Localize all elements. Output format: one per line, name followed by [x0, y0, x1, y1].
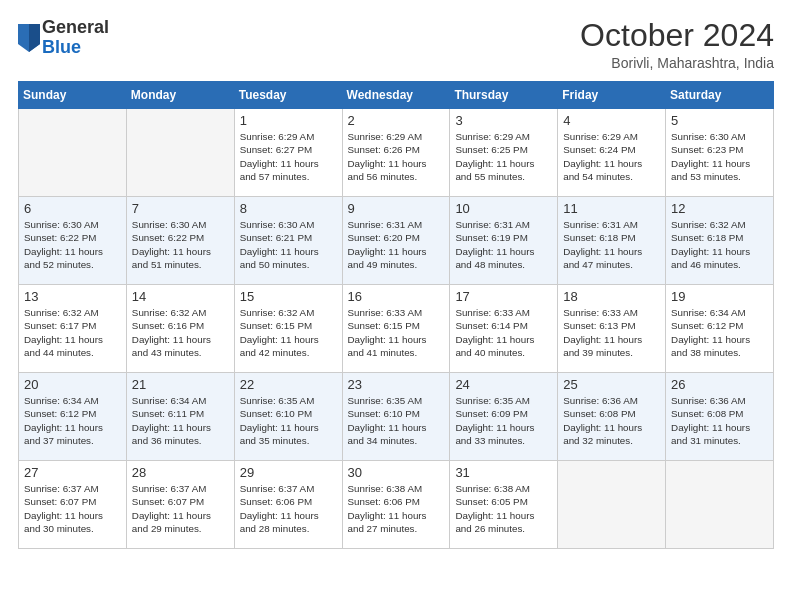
daylight-text: Daylight: 11 hours and 39 minutes. [563, 334, 642, 358]
sunrise-text: Sunrise: 6:33 AM [455, 307, 530, 318]
sunset-text: Sunset: 6:11 PM [132, 408, 204, 419]
calendar-cell-4-3: 30Sunrise: 6:38 AMSunset: 6:06 PMDayligh… [342, 461, 450, 549]
sunrise-text: Sunrise: 6:37 AM [240, 483, 315, 494]
daylight-text: Daylight: 11 hours and 37 minutes. [24, 422, 103, 446]
calendar-cell-2-6: 19Sunrise: 6:34 AMSunset: 6:12 PMDayligh… [666, 285, 774, 373]
daylight-text: Daylight: 11 hours and 32 minutes. [563, 422, 642, 446]
page: General Blue October 2024 Borivli, Mahar… [0, 0, 792, 612]
calendar-cell-3-3: 23Sunrise: 6:35 AMSunset: 6:10 PMDayligh… [342, 373, 450, 461]
cell-info: Sunrise: 6:30 AMSunset: 6:22 PMDaylight:… [24, 218, 121, 271]
sunrise-text: Sunrise: 6:29 AM [240, 131, 315, 142]
sunrise-text: Sunrise: 6:29 AM [348, 131, 423, 142]
day-number: 18 [563, 289, 660, 304]
calendar-cell-0-0 [19, 109, 127, 197]
sunrise-text: Sunrise: 6:29 AM [563, 131, 638, 142]
calendar-cell-1-4: 10Sunrise: 6:31 AMSunset: 6:19 PMDayligh… [450, 197, 558, 285]
day-number: 27 [24, 465, 121, 480]
cell-info: Sunrise: 6:32 AMSunset: 6:16 PMDaylight:… [132, 306, 229, 359]
day-number: 4 [563, 113, 660, 128]
calendar-cell-3-4: 24Sunrise: 6:35 AMSunset: 6:09 PMDayligh… [450, 373, 558, 461]
day-number: 13 [24, 289, 121, 304]
calendar-cell-3-5: 25Sunrise: 6:36 AMSunset: 6:08 PMDayligh… [558, 373, 666, 461]
week-row-3: 13Sunrise: 6:32 AMSunset: 6:17 PMDayligh… [19, 285, 774, 373]
daylight-text: Daylight: 11 hours and 56 minutes. [348, 158, 427, 182]
daylight-text: Daylight: 11 hours and 55 minutes. [455, 158, 534, 182]
header-saturday: Saturday [666, 82, 774, 109]
location-subtitle: Borivli, Maharashtra, India [580, 55, 774, 71]
calendar-cell-0-4: 3Sunrise: 6:29 AMSunset: 6:25 PMDaylight… [450, 109, 558, 197]
cell-info: Sunrise: 6:36 AMSunset: 6:08 PMDaylight:… [671, 394, 768, 447]
daylight-text: Daylight: 11 hours and 26 minutes. [455, 510, 534, 534]
logo-icon [18, 24, 40, 52]
sunset-text: Sunset: 6:25 PM [455, 144, 527, 155]
sunset-text: Sunset: 6:19 PM [455, 232, 527, 243]
header-monday: Monday [126, 82, 234, 109]
daylight-text: Daylight: 11 hours and 38 minutes. [671, 334, 750, 358]
calendar-cell-3-0: 20Sunrise: 6:34 AMSunset: 6:12 PMDayligh… [19, 373, 127, 461]
day-number: 20 [24, 377, 121, 392]
cell-info: Sunrise: 6:37 AMSunset: 6:07 PMDaylight:… [24, 482, 121, 535]
calendar-cell-2-3: 16Sunrise: 6:33 AMSunset: 6:15 PMDayligh… [342, 285, 450, 373]
header-tuesday: Tuesday [234, 82, 342, 109]
cell-info: Sunrise: 6:37 AMSunset: 6:06 PMDaylight:… [240, 482, 337, 535]
day-number: 2 [348, 113, 445, 128]
cell-info: Sunrise: 6:38 AMSunset: 6:05 PMDaylight:… [455, 482, 552, 535]
daylight-text: Daylight: 11 hours and 46 minutes. [671, 246, 750, 270]
cell-info: Sunrise: 6:36 AMSunset: 6:08 PMDaylight:… [563, 394, 660, 447]
sunset-text: Sunset: 6:06 PM [348, 496, 420, 507]
svg-marker-1 [29, 24, 40, 52]
sunrise-text: Sunrise: 6:31 AM [455, 219, 530, 230]
cell-info: Sunrise: 6:29 AMSunset: 6:27 PMDaylight:… [240, 130, 337, 183]
calendar-cell-0-6: 5Sunrise: 6:30 AMSunset: 6:23 PMDaylight… [666, 109, 774, 197]
day-number: 25 [563, 377, 660, 392]
daylight-text: Daylight: 11 hours and 28 minutes. [240, 510, 319, 534]
daylight-text: Daylight: 11 hours and 36 minutes. [132, 422, 211, 446]
day-number: 23 [348, 377, 445, 392]
calendar-cell-1-3: 9Sunrise: 6:31 AMSunset: 6:20 PMDaylight… [342, 197, 450, 285]
daylight-text: Daylight: 11 hours and 30 minutes. [24, 510, 103, 534]
sunrise-text: Sunrise: 6:34 AM [24, 395, 99, 406]
cell-info: Sunrise: 6:29 AMSunset: 6:24 PMDaylight:… [563, 130, 660, 183]
calendar-cell-2-5: 18Sunrise: 6:33 AMSunset: 6:13 PMDayligh… [558, 285, 666, 373]
sunset-text: Sunset: 6:16 PM [132, 320, 204, 331]
sunrise-text: Sunrise: 6:34 AM [671, 307, 746, 318]
cell-info: Sunrise: 6:29 AMSunset: 6:25 PMDaylight:… [455, 130, 552, 183]
daylight-text: Daylight: 11 hours and 27 minutes. [348, 510, 427, 534]
sunset-text: Sunset: 6:08 PM [671, 408, 743, 419]
logo-blue: Blue [42, 37, 81, 57]
cell-info: Sunrise: 6:35 AMSunset: 6:09 PMDaylight:… [455, 394, 552, 447]
sunset-text: Sunset: 6:27 PM [240, 144, 312, 155]
header-friday: Friday [558, 82, 666, 109]
sunrise-text: Sunrise: 6:29 AM [455, 131, 530, 142]
calendar-cell-2-0: 13Sunrise: 6:32 AMSunset: 6:17 PMDayligh… [19, 285, 127, 373]
sunrise-text: Sunrise: 6:30 AM [671, 131, 746, 142]
sunrise-text: Sunrise: 6:35 AM [348, 395, 423, 406]
calendar-cell-0-2: 1Sunrise: 6:29 AMSunset: 6:27 PMDaylight… [234, 109, 342, 197]
daylight-text: Daylight: 11 hours and 35 minutes. [240, 422, 319, 446]
day-number: 5 [671, 113, 768, 128]
daylight-text: Daylight: 11 hours and 51 minutes. [132, 246, 211, 270]
sunset-text: Sunset: 6:22 PM [24, 232, 96, 243]
daylight-text: Daylight: 11 hours and 43 minutes. [132, 334, 211, 358]
day-number: 17 [455, 289, 552, 304]
sunset-text: Sunset: 6:07 PM [24, 496, 96, 507]
day-number: 29 [240, 465, 337, 480]
day-number: 12 [671, 201, 768, 216]
cell-info: Sunrise: 6:31 AMSunset: 6:20 PMDaylight:… [348, 218, 445, 271]
calendar-cell-0-1 [126, 109, 234, 197]
sunrise-text: Sunrise: 6:33 AM [563, 307, 638, 318]
day-number: 15 [240, 289, 337, 304]
sunrise-text: Sunrise: 6:30 AM [24, 219, 99, 230]
day-number: 10 [455, 201, 552, 216]
daylight-text: Daylight: 11 hours and 44 minutes. [24, 334, 103, 358]
cell-info: Sunrise: 6:32 AMSunset: 6:18 PMDaylight:… [671, 218, 768, 271]
cell-info: Sunrise: 6:29 AMSunset: 6:26 PMDaylight:… [348, 130, 445, 183]
daylight-text: Daylight: 11 hours and 54 minutes. [563, 158, 642, 182]
sunrise-text: Sunrise: 6:31 AM [563, 219, 638, 230]
daylight-text: Daylight: 11 hours and 53 minutes. [671, 158, 750, 182]
sunset-text: Sunset: 6:21 PM [240, 232, 312, 243]
day-number: 7 [132, 201, 229, 216]
header-thursday: Thursday [450, 82, 558, 109]
sunrise-text: Sunrise: 6:30 AM [132, 219, 207, 230]
cell-info: Sunrise: 6:30 AMSunset: 6:21 PMDaylight:… [240, 218, 337, 271]
